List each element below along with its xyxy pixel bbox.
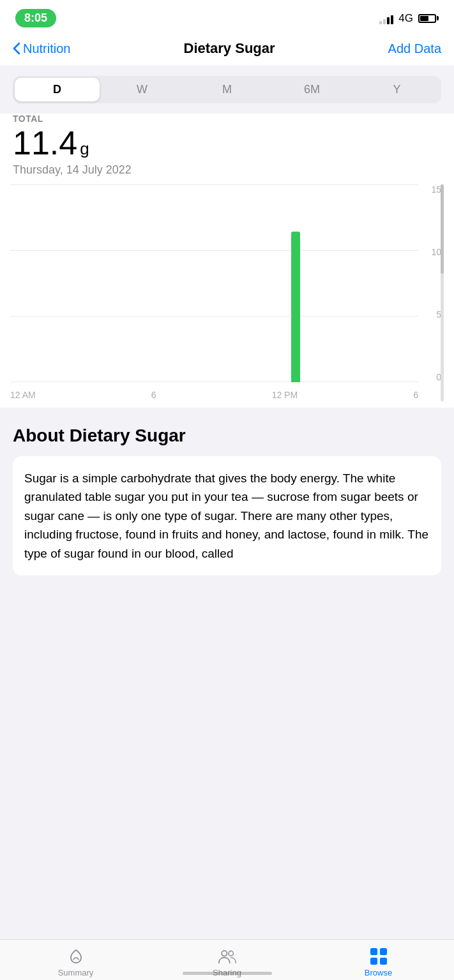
- network-label: 4G: [398, 12, 413, 25]
- chart-data-area: TOTAL 11.4 g Thursday, 14 July 2022 15 1…: [0, 114, 454, 401]
- chart-date: Thursday, 14 July 2022: [13, 163, 441, 177]
- chart-value-number: 11.4: [13, 126, 77, 160]
- tab-browse-label: Browse: [365, 968, 392, 977]
- x-label-12am: 12 AM: [10, 390, 36, 400]
- period-btn-m[interactable]: M: [185, 78, 269, 101]
- svg-rect-3: [380, 948, 387, 955]
- y-label-15: 15: [431, 184, 441, 195]
- scrollbar-thumb[interactable]: [441, 184, 444, 274]
- nav-header: Nutrition Dietary Sugar Add Data: [0, 33, 454, 66]
- battery-icon: [418, 14, 439, 23]
- chart-section: TOTAL 11.4 g Thursday, 14 July 2022 15 1…: [0, 114, 454, 408]
- page-title: Dietary Sugar: [184, 40, 275, 57]
- about-text: Sugar is a simple carbohydrate that give…: [24, 471, 428, 560]
- data-bar: [291, 232, 300, 382]
- svg-rect-4: [370, 958, 377, 965]
- add-data-button[interactable]: Add Data: [388, 41, 441, 56]
- browse-icon: [368, 947, 389, 965]
- back-button[interactable]: Nutrition: [13, 41, 70, 56]
- period-btn-6m[interactable]: 6M: [269, 78, 354, 101]
- summary-icon: [66, 947, 86, 965]
- status-time: 8:05: [15, 9, 56, 27]
- svg-point-1: [228, 951, 233, 956]
- bar-fill: [291, 232, 300, 382]
- tab-summary-label: Summary: [58, 968, 94, 977]
- about-card: Sugar is a simple carbohydrate that give…: [13, 456, 441, 575]
- about-section: About Dietary Sugar Sugar is a simple ca…: [0, 408, 454, 586]
- about-title: About Dietary Sugar: [13, 426, 441, 446]
- tab-browse[interactable]: Browse: [353, 947, 404, 977]
- tab-summary[interactable]: Summary: [50, 947, 102, 977]
- period-selector: D W M 6M Y: [13, 76, 441, 103]
- period-btn-w[interactable]: W: [100, 78, 185, 101]
- chart-value: 11.4 g: [13, 126, 441, 160]
- signal-icon: [379, 13, 393, 24]
- x-label-6pm: 6: [413, 390, 418, 400]
- status-bar: 8:05 4G: [0, 0, 454, 33]
- bar-chart: 15 10 5 0 12 AM 6 12 PM 6: [10, 184, 444, 401]
- bars-area: [10, 184, 418, 382]
- chart-value-unit: g: [80, 140, 89, 157]
- chevron-left-icon: [13, 42, 20, 55]
- x-label-12pm: 12 PM: [272, 390, 298, 400]
- x-label-6am: 6: [151, 390, 156, 400]
- svg-point-0: [222, 951, 227, 956]
- svg-rect-5: [380, 958, 387, 965]
- period-btn-d[interactable]: D: [15, 78, 100, 101]
- status-icons: 4G: [379, 12, 439, 25]
- total-label: TOTAL: [13, 114, 441, 124]
- period-btn-y[interactable]: Y: [354, 78, 439, 101]
- x-axis-labels: 12 AM 6 12 PM 6: [10, 383, 418, 401]
- scrollbar-track: [441, 184, 444, 401]
- y-label-10: 10: [431, 247, 441, 257]
- svg-rect-2: [370, 948, 377, 955]
- sharing-icon: [217, 947, 238, 965]
- home-indicator: [183, 972, 272, 975]
